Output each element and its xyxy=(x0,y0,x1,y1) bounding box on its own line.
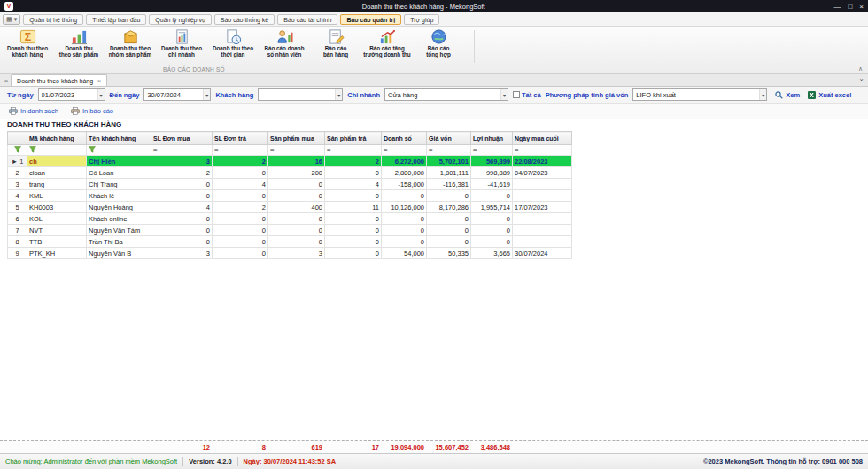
cell[interactable]: 0 xyxy=(213,213,268,225)
cell[interactable]: 0 xyxy=(325,213,382,225)
cell[interactable] xyxy=(513,213,572,225)
filter-cell[interactable]: = xyxy=(382,145,427,156)
ribbon-button[interactable]: Doanh thu theonhóm sản phẩm xyxy=(105,27,156,65)
cell[interactable]: Nguyễn Văn Tám xyxy=(87,225,151,236)
table-row[interactable]: 2cloanCô Loan2020002,800,0001,801,111998… xyxy=(8,167,572,179)
cell[interactable]: 0 xyxy=(325,167,382,179)
table-row[interactable]: 3trangChị Trang0404-158,000-116,381-41,6… xyxy=(8,179,572,190)
cell[interactable]: 8,170,286 xyxy=(427,202,471,213)
cell[interactable]: 0 xyxy=(427,225,471,236)
menu-tab[interactable]: Trợ giúp xyxy=(404,14,439,25)
cell[interactable]: trang xyxy=(27,179,87,190)
cell[interactable]: 22/08/2023 xyxy=(513,156,572,167)
cell[interactable]: 2 xyxy=(325,156,382,167)
branch-select[interactable]: Cửa hàng ▾ xyxy=(384,88,508,101)
cell[interactable]: Khách lẻ xyxy=(87,190,151,202)
cell[interactable]: KH0003 xyxy=(27,202,87,213)
app-menu-button[interactable]: ▦ ▾ xyxy=(3,14,20,25)
table-row[interactable]: 4KMLKhách lẻ0000000 xyxy=(8,190,572,202)
column-header[interactable]: Mã khách hàng xyxy=(27,132,87,145)
cell[interactable]: 50,335 xyxy=(427,248,471,259)
cell[interactable]: Nguyễn Hoàng xyxy=(87,202,151,213)
column-header[interactable]: Giá vốn xyxy=(427,132,471,145)
cell[interactable]: -158,000 xyxy=(382,179,427,190)
menu-tab[interactable]: Quản lý nghiệp vụ xyxy=(149,14,211,25)
cell[interactable]: 0 xyxy=(213,167,268,179)
cell[interactable]: 0 xyxy=(268,213,325,225)
view-button[interactable]: Xem xyxy=(775,91,800,99)
table-row[interactable]: 8TTBTrần Thị Ba0000000 xyxy=(8,236,572,248)
cell[interactable]: 0 xyxy=(325,248,382,259)
cell[interactable]: 0 xyxy=(151,225,213,236)
cell[interactable]: 2 xyxy=(213,202,268,213)
column-header[interactable]: SL Đơn trả xyxy=(213,132,268,145)
cell[interactable]: 0 xyxy=(268,179,325,190)
column-header[interactable]: Sản phẩm trả xyxy=(325,132,382,145)
cell[interactable]: 400 xyxy=(268,202,325,213)
chevron-down-icon[interactable]: ▾ xyxy=(500,89,508,100)
cell[interactable]: 1,801,111 xyxy=(427,167,471,179)
cell[interactable]: 0 xyxy=(151,190,213,202)
ribbon-collapse-icon[interactable]: ∧ xyxy=(858,65,863,73)
chevron-down-icon[interactable]: ▾ xyxy=(759,89,766,100)
to-date-input[interactable]: 30/07/2024 ▾ xyxy=(143,88,211,101)
cell[interactable]: 0 xyxy=(427,236,471,248)
cell[interactable]: 1,955,714 xyxy=(471,202,513,213)
tab-close-icon[interactable]: × xyxy=(97,78,101,84)
cell[interactable]: 4 xyxy=(325,179,382,190)
document-tab[interactable]: Doanh thu theo khách hàng × xyxy=(11,74,107,86)
from-date-input[interactable]: 01/07/2023 ▾ xyxy=(38,88,105,101)
cell[interactable]: NVT xyxy=(27,225,87,236)
cell[interactable]: 4 xyxy=(151,202,213,213)
filter-cell[interactable] xyxy=(87,145,151,156)
menu-tab[interactable]: Báo cáo tài chính xyxy=(277,14,337,25)
cell[interactable]: Chị Hiền xyxy=(87,156,151,167)
ribbon-button[interactable]: Báo cáo tăngtrưởng doanh thu xyxy=(361,27,413,65)
cell[interactable]: 0 xyxy=(268,236,325,248)
print-report-link[interactable]: In báo cáo xyxy=(71,107,113,115)
cell[interactable]: 0 xyxy=(151,179,213,190)
print-list-link[interactable]: In danh sách xyxy=(9,107,58,115)
ribbon-button[interactable]: Báo cáotổng hợp xyxy=(413,27,464,65)
ribbon-button[interactable]: Báo cáo doanhsố nhân viên xyxy=(259,27,310,65)
cell[interactable]: 0 xyxy=(382,213,427,225)
filter-cell[interactable]: = xyxy=(151,145,213,156)
minimize-icon[interactable]: — xyxy=(833,3,841,11)
cell[interactable]: 04/07/2023 xyxy=(513,167,572,179)
cell[interactable]: 17/07/2023 xyxy=(513,202,572,213)
cell[interactable]: PTK_KH xyxy=(27,248,87,259)
cell[interactable]: 0 xyxy=(268,190,325,202)
cell[interactable]: 2 xyxy=(151,167,213,179)
cell[interactable]: -41,619 xyxy=(471,179,513,190)
cell[interactable]: KML xyxy=(27,190,87,202)
tab-list-icon[interactable]: × xyxy=(4,78,8,84)
table-row[interactable]: 9PTK_KHNguyễn Văn B303054,00050,3353,665… xyxy=(8,248,572,259)
filter-cell[interactable]: = xyxy=(471,145,513,156)
table-row[interactable]: 7NVTNguyễn Văn Tám0000000 xyxy=(8,225,572,236)
chevron-down-icon[interactable]: ▾ xyxy=(97,89,105,100)
cell[interactable]: 6,272,000 xyxy=(382,156,427,167)
column-header[interactable]: Tên khách hàng xyxy=(87,132,151,145)
chevron-down-icon[interactable]: ▾ xyxy=(335,89,342,100)
cell[interactable]: Chị Trang xyxy=(87,179,151,190)
column-header[interactable]: Doanh số xyxy=(382,132,427,145)
cell[interactable]: Nguyễn Văn B xyxy=(87,248,151,259)
cell[interactable]: 3,665 xyxy=(471,248,513,259)
cell[interactable]: 0 xyxy=(325,190,382,202)
cell[interactable]: 2 xyxy=(213,156,268,167)
cell[interactable]: cloan xyxy=(27,167,87,179)
cell[interactable]: 0 xyxy=(427,190,471,202)
cell[interactable] xyxy=(513,225,572,236)
cell[interactable]: 3 xyxy=(268,248,325,259)
cell[interactable]: -116,381 xyxy=(427,179,471,190)
cell[interactable]: 4 xyxy=(213,179,268,190)
filter-cell[interactable]: = xyxy=(325,145,382,156)
cell[interactable]: 0 xyxy=(213,225,268,236)
cell[interactable]: 0 xyxy=(471,236,513,248)
ribbon-button[interactable]: Doanh thutheo sản phẩm xyxy=(53,27,105,65)
cell[interactable]: 569,899 xyxy=(471,156,513,167)
cell[interactable]: 0 xyxy=(213,248,268,259)
cell[interactable] xyxy=(513,190,572,202)
column-header[interactable]: SL Đơn mua xyxy=(151,132,213,145)
cell[interactable]: 3 xyxy=(151,248,213,259)
